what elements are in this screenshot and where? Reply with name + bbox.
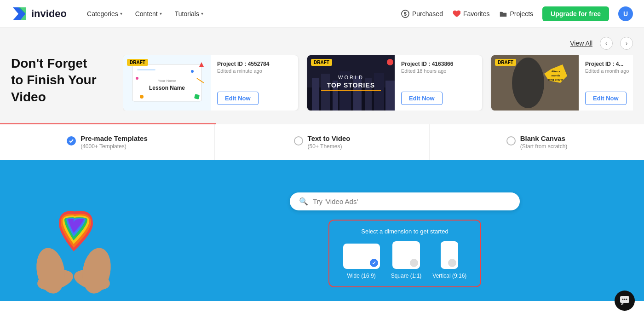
mode-title: Pre-made Templates [80,134,148,142]
view-all-link[interactable]: View All [570,40,592,47]
search-bar: 🔍 [290,192,520,210]
mode-uncheck-icon [294,136,303,145]
purchased-link[interactable]: $ Purchased [401,10,443,18]
edited-time: Edited a minute ago [217,68,292,74]
mode-title: Blank Canvas [520,134,568,142]
draft-title: Don't Forget to Finish Your Video [11,55,112,105]
card-info: Project ID : 4163866 Edited 18 hours ago… [395,55,482,111]
mode-uncheck-icon [506,136,516,145]
mode-subtitle: (50+ Themes) [308,143,351,150]
chevron-down-icon: ▾ [201,11,203,16]
mode-title: Text to Video [308,134,351,142]
svg-text:WORLD: WORLD [338,75,364,80]
svg-point-41 [622,299,624,300]
search-input[interactable] [313,198,511,205]
svg-text:month: month [552,74,560,77]
svg-text:TOP STORIES: TOP STORIES [327,81,375,89]
dimension-box: Select a dimension to get started Wide (… [328,220,482,287]
dimension-wide[interactable]: Wide (16:9) [343,244,380,279]
dimension-vertical[interactable]: Vertical (9:16) [432,241,466,279]
dim-uncheck-icon [410,259,418,267]
avatar[interactable]: U [618,6,633,21]
mode-section: Pre-made Templates (4000+ Templates) Tex… [0,124,644,160]
draft-badge: DRAFT [495,59,516,66]
edit-now-button[interactable]: Edit Now [401,92,443,105]
svg-rect-27 [321,90,381,91]
card-thumbnail: DRAFT Your Name Lesson Name [123,55,211,111]
svg-point-10 [191,70,194,73]
mode-blank[interactable]: Blank Canvas (Start from scratch) [430,124,644,160]
draft-card: DRAFT Your Name Lesson Name [123,55,298,111]
draft-card: DRAFT After a month long prayer Proj [491,55,633,111]
nav-links: Categories ▾ Content ▾ Tutorials ▾ [81,7,209,20]
categories-menu[interactable]: Categories ▾ [81,7,128,20]
svg-rect-17 [312,78,319,111]
next-arrow[interactable]: › [620,37,633,50]
mode-row: Blank Canvas (Start from scratch) [506,134,568,150]
svg-point-42 [624,299,626,300]
mode-row: Pre-made Templates (4000+ Templates) [67,134,148,150]
draft-section: View All ‹ › Don't Forget to Finish Your… [0,28,644,124]
tutorials-menu[interactable]: Tutorials ▾ [169,7,209,20]
project-id: Project ID : 4... [585,61,633,67]
edited-time: Edited 18 hours ago [401,68,476,74]
heart-icon [452,10,460,18]
vertical-thumb [441,241,458,269]
folder-icon [499,10,507,18]
svg-rect-23 [374,73,384,111]
search-icon: 🔍 [299,197,308,206]
mode-row: Text to Video (50+ Themes) [294,134,351,150]
dim-check-icon [370,259,378,267]
draft-badge: DRAFT [311,59,332,66]
chat-icon [620,296,630,301]
dollar-circle-icon: $ [401,10,409,18]
svg-rect-24 [385,81,395,111]
dimension-options: Wide (16:9) Square (1:1) Vertical (9:16) [343,241,467,279]
edited-time: Edited a month ago [585,68,633,74]
hero-center: 🔍 Select a dimension to get started Wide… [166,179,644,301]
card-info: Project ID : 4552784 Edited a minute ago… [211,55,298,111]
nav-right: $ Purchased Favorites Projects Upgrade f… [401,6,633,21]
mode-subtitle: (4000+ Templates) [80,143,148,150]
rainbow-heart-hands [0,179,166,298]
logo-text: invideo [31,8,67,20]
svg-point-30 [512,58,544,108]
prev-arrow[interactable]: ‹ [600,37,613,50]
mode-text-video[interactable]: Text to Video (50+ Themes) [215,124,430,160]
svg-point-9 [140,95,144,99]
hero-section: 🔍 Select a dimension to get started Wide… [0,160,644,301]
mode-premade[interactable]: Pre-made Templates (4000+ Templates) [0,124,215,160]
svg-point-28 [387,59,393,65]
dim-label: Vertical (9:16) [432,273,466,279]
svg-point-43 [626,299,627,300]
svg-text:After a: After a [551,70,560,73]
svg-rect-6 [137,69,155,70]
chevron-down-icon: ▾ [120,11,122,16]
hero-image [0,179,166,298]
navbar: invideo Categories ▾ Content ▾ Tutorials… [0,0,644,28]
wide-thumb [343,244,380,269]
edit-now-button[interactable]: Edit Now [585,92,627,105]
svg-text:Your Name: Your Name [158,79,176,83]
card-info: Project ID : 4... Edited a month ago Edi… [579,55,633,111]
edit-now-button[interactable]: Edit Now [217,92,259,105]
svg-text:Lesson Name: Lesson Name [149,85,185,91]
card-thumbnail: DRAFT WORLD [307,55,395,111]
content-menu[interactable]: Content ▾ [130,7,167,20]
svg-rect-18 [321,74,330,111]
square-thumb [392,241,420,269]
dim-label: Square (1:1) [391,273,422,279]
projects-link[interactable]: Projects [499,10,534,18]
chevron-down-icon: ▾ [160,11,162,16]
project-id: Project ID : 4552784 [217,61,292,67]
svg-text:$: $ [404,12,407,17]
dimension-square[interactable]: Square (1:1) [391,241,422,279]
draft-header: View All ‹ › [11,37,633,50]
project-id: Project ID : 4163866 [401,61,476,67]
logo[interactable]: invideo [11,6,67,22]
invideo-logo-icon [11,6,28,22]
mode-options: Pre-made Templates (4000+ Templates) Tex… [0,124,644,160]
mode-check-icon [67,136,76,145]
upgrade-button[interactable]: Upgrade for free [542,6,609,21]
favorites-link[interactable]: Favorites [452,10,490,18]
